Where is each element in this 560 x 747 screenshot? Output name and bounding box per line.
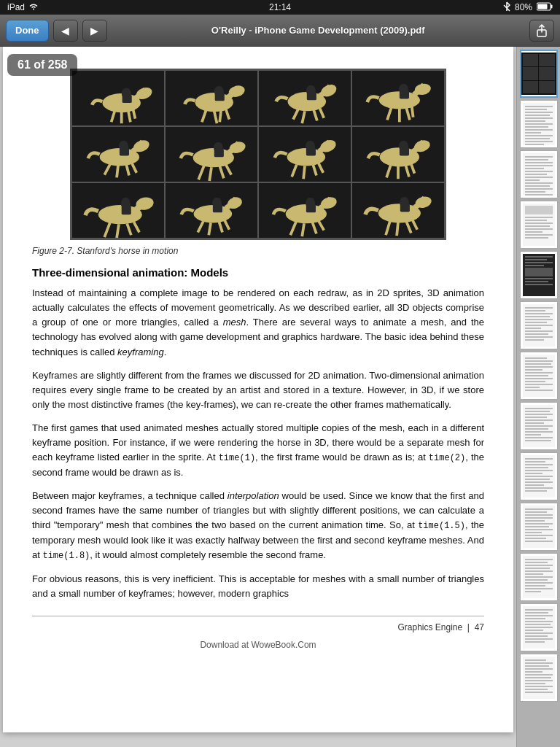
watermark: Download at WoweBook.Com <box>32 640 484 650</box>
document-title: O'Reilly - iPhone Game Development (2009… <box>112 25 526 36</box>
pdf-page: Figure 2-7. Stanford's horse in motion T… <box>3 47 513 732</box>
thumbnail-12[interactable] <box>520 603 558 651</box>
svg-line-71 <box>104 222 110 237</box>
horse-cell-9 <box>72 183 164 238</box>
svg-rect-44 <box>120 147 129 155</box>
paragraph-2: Keyframes are slightly different from th… <box>32 368 484 412</box>
toolbar: Done ◀ ▶ O'Reilly - iPhone Game Developm… <box>0 15 560 47</box>
svg-line-57 <box>313 165 316 176</box>
wifi-icon <box>28 2 39 12</box>
svg-rect-36 <box>400 90 409 98</box>
thumbnail-3[interactable] <box>520 150 558 198</box>
code-time1-8: time(1.8) <box>42 551 90 561</box>
thumbnail-6[interactable] <box>520 301 558 349</box>
next-button[interactable]: ▶ <box>82 20 107 42</box>
svg-rect-2 <box>551 4 553 8</box>
share-button[interactable] <box>529 20 554 42</box>
svg-line-58 <box>319 163 324 173</box>
main-area: 61 of 258 <box>0 47 560 747</box>
svg-line-10 <box>133 109 136 118</box>
svg-rect-100 <box>400 204 410 212</box>
thumbnail-4[interactable] <box>520 201 558 249</box>
horse-cell-1 <box>72 71 164 125</box>
thumbnail-8[interactable] <box>520 402 558 450</box>
svg-line-88 <box>302 223 304 236</box>
horse-cell-12 <box>352 183 444 238</box>
svg-rect-84 <box>213 204 222 212</box>
code-time2: time(2) <box>429 453 465 463</box>
page-content[interactable]: 61 of 258 <box>0 47 516 747</box>
horse-cell-4 <box>352 71 444 125</box>
svg-line-72 <box>117 224 119 238</box>
svg-line-41 <box>126 165 129 176</box>
status-bar: iPad 21:14 80% <box>0 0 560 15</box>
svg-line-98 <box>413 220 418 230</box>
svg-line-74 <box>134 222 140 232</box>
svg-line-18 <box>226 109 230 120</box>
svg-line-47 <box>198 166 204 179</box>
svg-line-63 <box>386 166 391 178</box>
thumbnail-5[interactable] <box>520 251 558 299</box>
thumbnail-10[interactable] <box>520 503 558 551</box>
thumbnail-2[interactable] <box>520 100 558 148</box>
svg-rect-52 <box>214 149 224 157</box>
battery-label: 80% <box>515 2 532 12</box>
page-badge: 61 of 258 <box>7 54 77 76</box>
svg-line-26 <box>320 109 324 118</box>
svg-rect-28 <box>307 92 316 100</box>
done-button[interactable]: Done <box>6 20 49 42</box>
svg-rect-68 <box>400 147 409 155</box>
svg-line-55 <box>292 165 297 177</box>
svg-line-33 <box>406 108 410 120</box>
horse-cell-7 <box>259 127 351 182</box>
paragraph-5: For obvious reasons, this is very ineffi… <box>32 572 484 601</box>
bluetooth-icon <box>503 1 510 14</box>
svg-line-56 <box>303 166 305 179</box>
svg-line-65 <box>405 166 409 177</box>
svg-point-0 <box>33 9 34 10</box>
thumbnail-7[interactable] <box>520 352 558 400</box>
horse-cell-3 <box>259 71 351 125</box>
svg-line-82 <box>225 220 230 230</box>
svg-line-39 <box>104 165 110 175</box>
svg-line-7 <box>112 111 115 122</box>
horse-grid <box>70 69 446 240</box>
svg-line-34 <box>412 107 413 117</box>
svg-line-16 <box>214 111 217 123</box>
svg-line-87 <box>290 222 296 235</box>
horse-cell-6 <box>166 127 257 182</box>
svg-line-31 <box>387 108 392 120</box>
thumbnail-13[interactable] <box>520 654 558 702</box>
svg-line-9 <box>128 111 131 122</box>
figure-caption: Figure 2-7. Stanford's horse in motion <box>32 246 484 256</box>
status-right: 80% <box>503 1 553 14</box>
svg-line-15 <box>202 110 206 122</box>
horse-cell-2 <box>166 71 257 125</box>
svg-line-96 <box>397 222 398 236</box>
svg-line-23 <box>293 109 298 119</box>
svg-line-66 <box>411 164 415 174</box>
svg-line-17 <box>219 110 221 122</box>
code-time1: time(1) <box>219 453 255 463</box>
horse-cell-8 <box>352 127 444 182</box>
thumbnail-sidebar[interactable] <box>516 47 560 747</box>
horse-cell-10 <box>166 183 257 238</box>
device-label: iPad <box>7 2 25 12</box>
svg-rect-60 <box>306 147 316 155</box>
section-heading: Three-dimensional animation: Models <box>32 266 484 279</box>
svg-line-24 <box>302 111 305 123</box>
footer-section: Graphics Engine | 47 <box>397 622 484 632</box>
battery-icon <box>537 2 553 13</box>
thumbnail-11[interactable] <box>520 553 558 601</box>
thumbnail-1[interactable] <box>520 50 558 98</box>
svg-line-50 <box>226 165 232 175</box>
svg-line-95 <box>386 222 390 236</box>
thumbnail-9[interactable] <box>520 452 558 500</box>
svg-rect-12 <box>122 95 132 103</box>
status-left: iPad <box>7 2 39 12</box>
horse-image-container <box>32 69 484 240</box>
svg-line-80 <box>209 222 211 235</box>
prev-button[interactable]: ◀ <box>53 20 78 42</box>
paragraph-4: Between major keyframes, a technique cal… <box>32 489 484 563</box>
svg-rect-92 <box>306 204 316 212</box>
